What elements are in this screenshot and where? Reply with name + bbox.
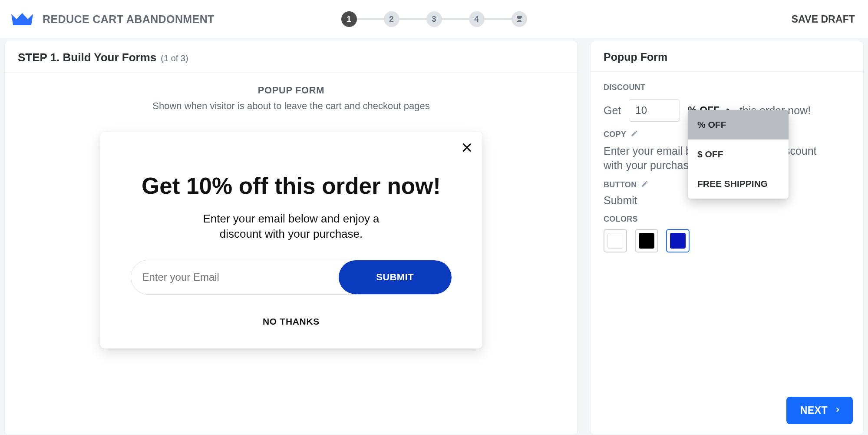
submit-button[interactable]: SUBMIT bbox=[339, 260, 452, 294]
get-label: Get bbox=[604, 104, 621, 117]
popup-copy-line1: Enter your email below and enjoy a bbox=[203, 212, 379, 225]
section-copy-text: COPY bbox=[604, 130, 626, 139]
dropdown-option-percent-off[interactable]: % OFF bbox=[688, 110, 789, 139]
step-line bbox=[399, 18, 426, 20]
topbar: REDUCE CART ABANDONMENT 1 2 3 4 SAVE DRA… bbox=[0, 0, 868, 38]
preview-label: POPUP FORM bbox=[258, 85, 325, 96]
settings-body: DISCOUNT Get % OFF this order now! COPY bbox=[591, 72, 863, 252]
crown-icon bbox=[10, 11, 34, 27]
step-4[interactable]: 4 bbox=[469, 11, 485, 27]
stepper: 1 2 3 4 bbox=[341, 11, 527, 27]
colors-row bbox=[604, 229, 850, 252]
step-1[interactable]: 1 bbox=[341, 11, 357, 27]
section-discount-label: DISCOUNT bbox=[604, 83, 850, 92]
color-swatch-3[interactable] bbox=[666, 229, 690, 252]
preview-area: POPUP FORM Shown when visitor is about t… bbox=[5, 73, 578, 435]
settings-panel: Popup Form DISCOUNT Get % OFF this order… bbox=[590, 41, 864, 435]
section-colors-label: COLORS bbox=[604, 215, 850, 224]
settings-title: Popup Form bbox=[604, 51, 667, 63]
popup-preview: ✕ Get 10% off this order now! Enter your… bbox=[100, 132, 482, 349]
dropdown-option-dollar-off[interactable]: $ OFF bbox=[688, 139, 789, 169]
step-title: STEP 1. Build Your Forms bbox=[18, 51, 156, 64]
popup-headline: Get 10% off this order now! bbox=[130, 173, 453, 200]
discount-value-input[interactable] bbox=[629, 99, 680, 122]
builder-panel: STEP 1. Build Your Forms (1 of 3) POPUP … bbox=[4, 41, 578, 435]
no-thanks-button[interactable]: NO THANKS bbox=[130, 316, 453, 327]
step-2[interactable]: 2 bbox=[384, 11, 399, 27]
section-button-text: BUTTON bbox=[604, 180, 637, 189]
step-line bbox=[357, 18, 384, 20]
next-button[interactable]: NEXT bbox=[786, 397, 853, 424]
save-draft-button[interactable]: SAVE DRAFT bbox=[792, 13, 855, 25]
builder-panel-header: STEP 1. Build Your Forms (1 of 3) bbox=[5, 41, 578, 73]
step-line bbox=[485, 18, 512, 20]
step-line bbox=[442, 18, 469, 20]
next-button-label: NEXT bbox=[800, 405, 828, 416]
email-input[interactable] bbox=[131, 260, 339, 294]
color-swatch-2[interactable] bbox=[635, 229, 658, 252]
preview-sub: Shown when visitor is about to leave the… bbox=[152, 100, 429, 112]
page-title: REDUCE CART ABANDONMENT bbox=[43, 13, 215, 26]
popup-form: SUBMIT bbox=[131, 260, 452, 295]
dropdown-option-free-shipping[interactable]: FREE SHIPPING bbox=[688, 169, 789, 199]
chevron-right-icon bbox=[834, 405, 842, 416]
pencil-icon[interactable] bbox=[630, 130, 638, 139]
discount-type-dropdown: % OFF $ OFF FREE SHIPPING bbox=[688, 110, 789, 199]
popup-copy-line2: discount with your purchase. bbox=[220, 227, 363, 240]
close-icon[interactable]: ✕ bbox=[461, 140, 473, 155]
step-progress: (1 of 3) bbox=[161, 53, 188, 63]
popup-copy: Enter your email below and enjoy a disco… bbox=[130, 211, 453, 242]
step-3[interactable]: 3 bbox=[426, 11, 442, 27]
settings-panel-header: Popup Form bbox=[591, 41, 863, 72]
step-finish-trophy-icon[interactable] bbox=[512, 11, 527, 27]
color-swatch-1[interactable] bbox=[604, 229, 627, 252]
pencil-icon[interactable] bbox=[641, 180, 649, 190]
